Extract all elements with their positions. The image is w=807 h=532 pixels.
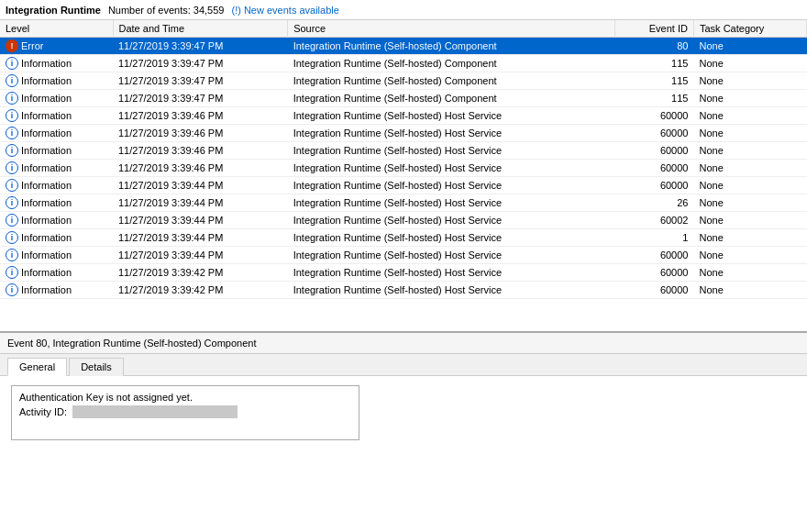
cell-datetime: 11/27/2019 3:39:46 PM (113, 142, 288, 160)
cell-datetime: 11/27/2019 3:39:44 PM (113, 229, 288, 247)
cell-source: Integration Runtime (Self-hosted) Host S… (288, 247, 615, 264)
table-row[interactable]: iInformation11/27/2019 3:39:47 PMIntegra… (0, 72, 807, 90)
cell-category: None (693, 142, 806, 160)
table-row[interactable]: iInformation11/27/2019 3:39:47 PMIntegra… (0, 55, 807, 72)
cell-category: None (693, 55, 806, 72)
cell-category: None (693, 194, 806, 212)
cell-eventid: 60000 (614, 160, 693, 177)
cell-datetime: 11/27/2019 3:39:47 PM (113, 55, 288, 72)
cell-eventid: 80 (614, 38, 693, 55)
info-icon: i (6, 127, 18, 139)
cell-eventid: 60000 (614, 107, 693, 125)
auth-key-message: Authentication Key is not assigned yet. (19, 392, 351, 403)
info-icon: i (6, 144, 18, 157)
event-count: Number of events: 34,559 (108, 5, 225, 16)
cell-datetime: 11/27/2019 3:39:42 PM (113, 264, 288, 282)
cell-eventid: 60000 (614, 247, 693, 264)
level-label: Information (21, 110, 72, 121)
cell-eventid: 26 (614, 194, 693, 212)
cell-category: None (693, 72, 806, 90)
title-bar: Integration Runtime Number of events: 34… (0, 0, 807, 20)
cell-category: None (693, 125, 806, 142)
table-row[interactable]: iInformation11/27/2019 3:39:42 PMIntegra… (0, 264, 807, 282)
cell-category: None (693, 229, 806, 247)
detail-tabs: General Details (0, 354, 807, 376)
cell-category: None (693, 282, 806, 299)
cell-category: None (693, 264, 806, 282)
table-row[interactable]: iInformation11/27/2019 3:39:44 PMIntegra… (0, 247, 807, 264)
info-icon: i (6, 214, 18, 227)
cell-category: None (693, 107, 806, 125)
table-row[interactable]: iInformation11/27/2019 3:39:42 PMIntegra… (0, 282, 807, 299)
table-row[interactable]: iInformation11/27/2019 3:39:44 PMIntegra… (0, 177, 807, 194)
cell-eventid: 60002 (614, 212, 693, 229)
detail-header: Event 80, Integration Runtime (Self-host… (0, 333, 807, 354)
cell-level: iInformation (0, 72, 113, 90)
level-label: Information (21, 58, 72, 69)
level-label: Information (21, 284, 72, 295)
info-icon: i (6, 74, 18, 87)
cell-level: iInformation (0, 247, 113, 264)
tab-details[interactable]: Details (69, 358, 124, 376)
table-row[interactable]: iInformation11/27/2019 3:39:47 PMIntegra… (0, 90, 807, 107)
cell-category: None (693, 247, 806, 264)
cell-datetime: 11/27/2019 3:39:44 PM (113, 212, 288, 229)
detail-textbox: Authentication Key is not assigned yet. … (11, 385, 359, 440)
cell-datetime: 11/27/2019 3:39:46 PM (113, 160, 288, 177)
cell-source: Integration Runtime (Self-hosted) Host S… (288, 194, 615, 212)
table-row[interactable]: iInformation11/27/2019 3:39:46 PMIntegra… (0, 160, 807, 177)
cell-eventid: 115 (614, 55, 693, 72)
info-icon: i (6, 161, 18, 174)
cell-source: Integration Runtime (Self-hosted) Host S… (288, 177, 615, 194)
error-icon: ! (6, 39, 18, 52)
events-table-container: Level Date and Time Source Event ID Task… (0, 20, 807, 332)
cell-level: iInformation (0, 55, 113, 72)
table-row[interactable]: iInformation11/27/2019 3:39:46 PMIntegra… (0, 125, 807, 142)
cell-eventid: 60000 (614, 125, 693, 142)
level-label: Information (21, 145, 72, 156)
cell-category: None (693, 38, 806, 55)
cell-datetime: 11/27/2019 3:39:47 PM (113, 38, 288, 55)
info-icon: i (6, 92, 18, 105)
level-label: Information (21, 127, 72, 139)
detail-panel: Event 80, Integration Runtime (Self-host… (0, 332, 807, 532)
cell-level: iInformation (0, 160, 113, 177)
cell-source: Integration Runtime (Self-hosted) Host S… (288, 142, 615, 160)
cell-eventid: 60000 (614, 282, 693, 299)
cell-datetime: 11/27/2019 3:39:47 PM (113, 90, 288, 107)
cell-level: iInformation (0, 212, 113, 229)
cell-source: Integration Runtime (Self-hosted) Host S… (288, 107, 615, 125)
cell-datetime: 11/27/2019 3:39:44 PM (113, 247, 288, 264)
tab-general[interactable]: General (7, 358, 67, 376)
activity-id-row: Activity ID: (19, 405, 351, 418)
level-label: Information (21, 232, 72, 243)
cell-eventid: 60000 (614, 142, 693, 160)
info-icon: i (6, 249, 18, 261)
cell-category: None (693, 212, 806, 229)
cell-datetime: 11/27/2019 3:39:47 PM (113, 72, 288, 90)
level-label: Information (21, 249, 72, 260)
table-row[interactable]: iInformation11/27/2019 3:39:44 PMIntegra… (0, 229, 807, 247)
table-row[interactable]: iInformation11/27/2019 3:39:46 PMIntegra… (0, 107, 807, 125)
cell-source: Integration Runtime (Self-hosted) Compon… (288, 55, 615, 72)
app-name: Integration Runtime (6, 5, 101, 16)
info-icon: i (6, 231, 18, 244)
table-row[interactable]: iInformation11/27/2019 3:39:44 PMIntegra… (0, 212, 807, 229)
level-label: Information (21, 93, 72, 104)
detail-content: Authentication Key is not assigned yet. … (0, 376, 807, 449)
cell-level: iInformation (0, 229, 113, 247)
cell-source: Integration Runtime (Self-hosted) Host S… (288, 229, 615, 247)
table-row[interactable]: iInformation11/27/2019 3:39:46 PMIntegra… (0, 142, 807, 160)
cell-eventid: 60000 (614, 264, 693, 282)
table-row[interactable]: !Error11/27/2019 3:39:47 PMIntegration R… (0, 38, 807, 55)
cell-level: iInformation (0, 107, 113, 125)
level-label: Error (21, 40, 43, 51)
cell-datetime: 11/27/2019 3:39:44 PM (113, 177, 288, 194)
cell-level: iInformation (0, 282, 113, 299)
table-row[interactable]: iInformation11/27/2019 3:39:44 PMIntegra… (0, 194, 807, 212)
col-datetime: Date and Time (113, 20, 288, 38)
main-wrapper: Integration Runtime Number of events: 34… (0, 0, 807, 532)
activity-id-label: Activity ID: (19, 406, 67, 417)
cell-category: None (693, 90, 806, 107)
cell-datetime: 11/27/2019 3:39:44 PM (113, 194, 288, 212)
